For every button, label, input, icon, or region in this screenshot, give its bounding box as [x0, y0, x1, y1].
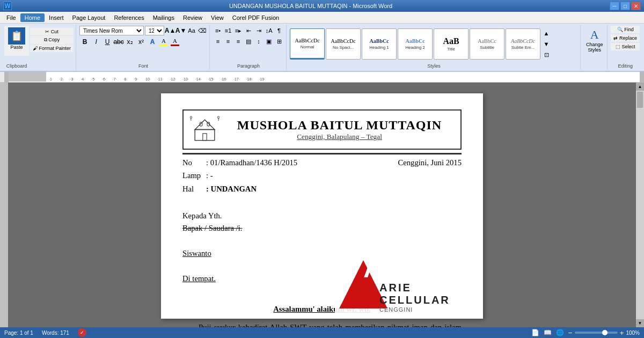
- menu-file[interactable]: File: [2, 13, 20, 22]
- styles-scroll-up[interactable]: ▲: [541, 28, 551, 38]
- editing-btns: 🔍 Find ⇄ Replace ⬚ Select: [611, 26, 640, 50]
- menu-insert[interactable]: Insert: [45, 13, 68, 22]
- spell-check-icon[interactable]: ✓: [78, 328, 86, 337]
- line-spacing-button[interactable]: ↕: [254, 36, 264, 46]
- grow-font-button[interactable]: A▲: [165, 26, 175, 35]
- body-paragraph-1[interactable]: Puji syukur kehadirat Allah SWT yang tel…: [182, 321, 462, 327]
- styles-more[interactable]: ⊡: [541, 50, 551, 60]
- highlight-color-button[interactable]: A: [158, 36, 169, 47]
- align-left-button[interactable]: ≡: [213, 36, 223, 46]
- minimize-button[interactable]: ─: [610, 2, 619, 10]
- editing-label: Editing: [611, 62, 640, 69]
- sort-button[interactable]: ↕A: [264, 26, 274, 35]
- menu-references[interactable]: References: [109, 13, 148, 22]
- increase-indent-button[interactable]: ⇥: [254, 26, 264, 35]
- bullets-button[interactable]: ≡•: [213, 26, 223, 35]
- menu-bar: File Home Insert Page Layout References …: [0, 12, 644, 24]
- reading-view-button[interactable]: 📖: [544, 329, 552, 336]
- font-controls: Times New Rom 12 A▲ A▼ Aa ⌫ B I U abc x₂…: [79, 26, 207, 47]
- menu-review[interactable]: Review: [179, 13, 207, 22]
- menu-mailings[interactable]: Mailings: [149, 13, 179, 22]
- find-button[interactable]: 🔍 Find: [611, 26, 640, 33]
- copy-button[interactable]: ⧉ Copy: [30, 36, 74, 44]
- bold-button[interactable]: B: [79, 36, 90, 47]
- style-no-spacing-label: No Spaci...: [333, 45, 354, 50]
- scroll-down-button[interactable]: ▼: [636, 319, 644, 327]
- styles-scroll-down[interactable]: ▼: [541, 39, 551, 49]
- select-button[interactable]: ⬚ Select: [611, 43, 640, 50]
- style-title[interactable]: AaB Title: [434, 28, 469, 60]
- menu-view[interactable]: View: [207, 13, 228, 22]
- style-heading1[interactable]: AaBbCc Heading 1: [362, 28, 397, 60]
- style-heading2[interactable]: AaBbCc Heading 2: [398, 28, 433, 60]
- justify-button[interactable]: ▤: [244, 36, 253, 46]
- border-button[interactable]: ⊞: [274, 36, 284, 46]
- replace-button[interactable]: ⇄ Replace: [611, 34, 640, 42]
- format-painter-button[interactable]: 🖌 Format Painter: [30, 45, 74, 52]
- cut-button[interactable]: ✂ Cut: [30, 28, 74, 35]
- doc-area: MUSHOLA BAITUL MUTTAQIN Cenggini, Balapu…: [0, 83, 644, 327]
- style-heading1-sample: AaBbCc: [369, 39, 389, 44]
- scroll-thumb[interactable]: [637, 92, 643, 108]
- ribbon: 📋 Paste Clipboard ✂ Cut ⧉ Copy 🖌 Format …: [0, 24, 644, 72]
- align-center-button[interactable]: ≡: [223, 36, 233, 46]
- editing-group: 🔍 Find ⇄ Replace ⬚ Select Editing: [609, 25, 642, 70]
- style-subtle-em[interactable]: AaBbCcDc Subtle Em...: [506, 28, 540, 60]
- menu-page-layout[interactable]: Page Layout: [68, 13, 110, 22]
- zoom-bar: − + 100%: [568, 329, 640, 337]
- ruler-left-margin: [4, 72, 9, 82]
- para-btns: ≡• ≡1 ≡▸ ⇤ ⇥ ↕A ¶ ≡ ≡ ≡ ▤ ↕ ▣ ⊞: [213, 26, 284, 46]
- style-subtitle[interactable]: AaBbCc Subtitle: [470, 28, 504, 60]
- style-title-label: Title: [447, 47, 455, 52]
- zoom-level: 100%: [626, 330, 640, 336]
- font-row1: Times New Rom 12 A▲ A▼ Aa ⌫: [79, 26, 207, 35]
- font-size-select[interactable]: 12: [145, 26, 164, 35]
- menu-home[interactable]: Home: [20, 13, 45, 22]
- change-styles-group: A ChangeStyles: [582, 25, 608, 70]
- svg-rect-4: [203, 134, 207, 141]
- underline-button[interactable]: U: [102, 36, 113, 47]
- text-effect-button[interactable]: A: [147, 36, 158, 47]
- scroll-track[interactable]: [636, 91, 644, 319]
- style-normal[interactable]: AaBbCcDc Normal: [290, 28, 325, 60]
- zoom-in-button[interactable]: +: [620, 329, 624, 337]
- italic-button[interactable]: I: [91, 36, 101, 47]
- svg-marker-1: [195, 120, 215, 129]
- zoom-thumb: [602, 330, 608, 335]
- show-para-button[interactable]: ¶: [274, 26, 284, 35]
- paste-button[interactable]: 📋 Paste: [4, 26, 29, 56]
- style-heading2-sample: AaBbCc: [405, 39, 425, 44]
- document-page[interactable]: MUSHOLA BAITUL MUTTAQIN Cenggini, Balapu…: [161, 93, 483, 319]
- maximize-button[interactable]: □: [620, 2, 630, 10]
- font-color-button[interactable]: A: [170, 36, 180, 47]
- zoom-track[interactable]: [575, 332, 618, 334]
- shrink-font-button[interactable]: A▼: [176, 26, 186, 35]
- scroll-up-button[interactable]: ▲: [636, 83, 644, 91]
- clear-format-button[interactable]: ⌫: [197, 26, 207, 35]
- title-bar: W UNDANGAN MUSHOLA BAITUL MUTTAQIN - Mic…: [0, 0, 644, 12]
- superscript-button[interactable]: x²: [136, 36, 147, 47]
- menu-corel[interactable]: Corel PDF Fusion: [228, 13, 283, 22]
- strikethrough-button[interactable]: abc: [113, 36, 124, 47]
- doc-scroll[interactable]: MUSHOLA BAITUL MUTTAQIN Cenggini, Balapu…: [8, 83, 636, 327]
- styles-label: Styles: [290, 62, 578, 69]
- field-no: No : 01/Ramadhan/1436 H/2015: [182, 157, 297, 169]
- font-family-select[interactable]: Times New Rom: [79, 26, 144, 35]
- ruler-right-margin: [640, 72, 644, 82]
- zoom-out-button[interactable]: −: [568, 329, 573, 337]
- subscript-button[interactable]: x₂: [125, 36, 135, 47]
- close-button[interactable]: ✕: [631, 2, 641, 10]
- style-heading1-label: Heading 1: [369, 45, 389, 50]
- multilevel-button[interactable]: ≡▸: [233, 26, 243, 35]
- numbering-button[interactable]: ≡1: [223, 26, 233, 35]
- style-subtle-em-sample: AaBbCcDc: [511, 39, 535, 44]
- brand-name: ARIE CELLULAR: [379, 282, 479, 306]
- org-address: Cenggini, Balapulang – Tegal: [225, 133, 454, 141]
- print-view-button[interactable]: 📄: [531, 329, 539, 336]
- style-no-spacing[interactable]: AaBbCcDc No Spaci...: [326, 28, 361, 60]
- align-right-button[interactable]: ≡: [233, 36, 243, 46]
- web-view-button[interactable]: 🌐: [556, 329, 564, 336]
- decrease-indent-button[interactable]: ⇤: [244, 26, 253, 35]
- change-case-button[interactable]: Aa: [187, 26, 196, 35]
- shading-button[interactable]: ▣: [264, 36, 274, 46]
